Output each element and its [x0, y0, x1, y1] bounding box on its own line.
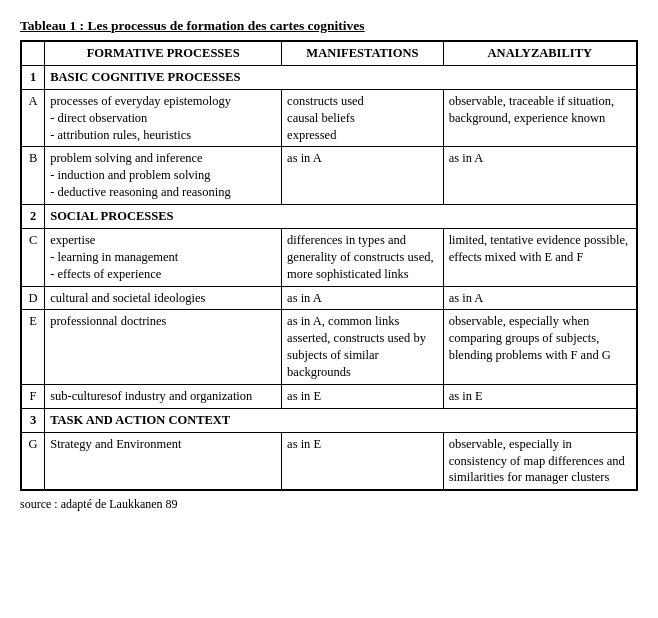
manifestations-cell: as in E	[282, 432, 444, 490]
manifestations-cell: differences in types and generality of c…	[282, 228, 444, 286]
row-id: E	[21, 310, 45, 385]
analyzability-cell: observable, especially when comparing gr…	[443, 310, 637, 385]
manifestations-cell: as in A	[282, 286, 444, 310]
row-id: 3	[21, 408, 45, 432]
row-id: 1	[21, 65, 45, 89]
section-label: TASK AND ACTION CONTEXT	[45, 408, 637, 432]
col-header-manifestations: MANIFESTATIONS	[282, 41, 444, 65]
analyzability-cell: limited, tentative evidence possible, ef…	[443, 228, 637, 286]
formative-cell: professionnal doctrines	[45, 310, 282, 385]
row-id: A	[21, 89, 45, 147]
col-header-id	[21, 41, 45, 65]
table-row: Aprocesses of everyday epistemology- dir…	[21, 89, 637, 147]
table-row: Bproblem solving and inference- inductio…	[21, 147, 637, 205]
formative-cell: expertise- learning in management- effec…	[45, 228, 282, 286]
analyzability-cell: observable, traceable if situation, back…	[443, 89, 637, 147]
manifestations-cell: as in A	[282, 147, 444, 205]
formative-cell: Strategy and Environment	[45, 432, 282, 490]
table-row: Fsub-culturesof industry and organizatio…	[21, 384, 637, 408]
main-table: FORMATIVE PROCESSES MANIFESTATIONS ANALY…	[20, 40, 638, 491]
analyzability-cell: observable, especially in consistency of…	[443, 432, 637, 490]
table-row: 2SOCIAL PROCESSES	[21, 205, 637, 229]
analyzability-cell: as in E	[443, 384, 637, 408]
table-row: Eprofessionnal doctrinesas in A, common …	[21, 310, 637, 385]
section-label: SOCIAL PROCESSES	[45, 205, 637, 229]
source-text: source : adapté de Laukkanen 89	[20, 497, 638, 512]
row-id: F	[21, 384, 45, 408]
formative-cell: sub-culturesof industry and organization	[45, 384, 282, 408]
table-row: GStrategy and Environmentas in Eobservab…	[21, 432, 637, 490]
analyzability-cell: as in A	[443, 286, 637, 310]
manifestations-cell: constructs usedcausal beliefsexpressed	[282, 89, 444, 147]
table-row: 3TASK AND ACTION CONTEXT	[21, 408, 637, 432]
row-id: 2	[21, 205, 45, 229]
row-id: D	[21, 286, 45, 310]
formative-cell: processes of everyday epistemology- dire…	[45, 89, 282, 147]
manifestations-cell: as in A, common links asserted, construc…	[282, 310, 444, 385]
manifestations-cell: as in E	[282, 384, 444, 408]
row-id: C	[21, 228, 45, 286]
analyzability-cell: as in A	[443, 147, 637, 205]
table-title: Tableau 1 : Les processus de formation d…	[20, 18, 638, 34]
row-id: B	[21, 147, 45, 205]
formative-cell: cultural and societal ideologies	[45, 286, 282, 310]
table-row: Cexpertise- learning in management- effe…	[21, 228, 637, 286]
section-label: BASIC COGNITIVE PROCESSES	[45, 65, 637, 89]
table-row: Dcultural and societal ideologiesas in A…	[21, 286, 637, 310]
row-id: G	[21, 432, 45, 490]
col-header-analyzability: ANALYZABILITY	[443, 41, 637, 65]
col-header-formative: FORMATIVE PROCESSES	[45, 41, 282, 65]
formative-cell: problem solving and inference- induction…	[45, 147, 282, 205]
table-row: 1BASIC COGNITIVE PROCESSES	[21, 65, 637, 89]
